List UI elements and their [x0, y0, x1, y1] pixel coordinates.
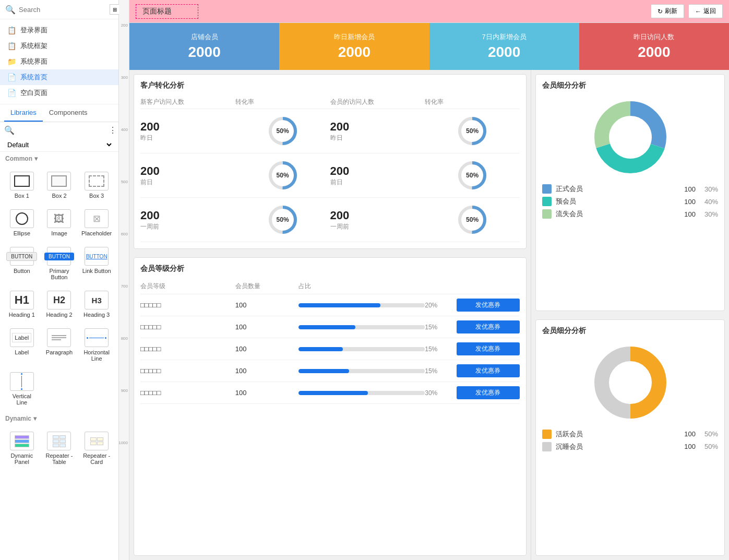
member-header-count: 会员数量 — [235, 282, 298, 291]
segment2-donut-container — [542, 341, 718, 424]
back-button[interactable]: ← 返回 — [688, 4, 723, 18]
issue-coupon-button[interactable]: 发优惠券 — [457, 342, 520, 355]
conversion-title: 客户转化分析 — [140, 81, 520, 90]
more-options-icon[interactable]: ⋮ — [109, 125, 117, 135]
issue-coupon-button[interactable]: 发优惠券 — [457, 386, 520, 399]
comp-heading1[interactable]: H1 Heading 1 — [4, 287, 40, 322]
image-icon-box: 🖼 — [47, 209, 71, 228]
member-header-empty — [425, 282, 457, 291]
library-dropdown[interactable]: Default — [0, 138, 118, 152]
member-header-pct: 占比 — [298, 282, 425, 291]
conv-header-2: 转化率 — [235, 98, 330, 106]
issue-coupon-button[interactable]: 发优惠券 — [457, 299, 520, 312]
issue-coupon-button[interactable]: 发优惠券 — [457, 364, 520, 377]
member-level: □□□□□ — [140, 323, 235, 331]
legend-label: 预会员 — [556, 197, 676, 206]
conv-gauge2: 50% — [425, 115, 520, 147]
comp-hline[interactable]: Horizontal Line — [79, 324, 114, 366]
conv-visitors: 200 一周前 — [140, 209, 235, 231]
main-area: 页面标题 ↻ 刷新 ← 返回 店铺会员 2000 昨日新增会员 2000 7日内… — [129, 0, 729, 560]
conv-gauge: 50% — [235, 204, 330, 235]
member-row: □□□□□ 100 20% 发优惠券 — [140, 294, 520, 316]
stat-card-new-members: 昨日新增会员 2000 — [279, 23, 429, 70]
comp-placeholder[interactable]: ⊠ Placeholder — [79, 205, 114, 241]
pct-text: 15% — [425, 367, 457, 375]
comp-vline[interactable]: Vertical Line — [4, 368, 40, 410]
ruler-mark: 700 — [119, 284, 129, 336]
member-header-level: 会员等级 — [140, 282, 235, 291]
comp-button[interactable]: BUTTON Button — [4, 243, 40, 284]
tab-libraries[interactable]: Libraries — [4, 104, 43, 122]
library-select[interactable]: Default — [5, 140, 113, 149]
sidebar-item-system[interactable]: 📁 系统界面 — [0, 54, 118, 69]
stat-value: 2000 — [338, 44, 371, 61]
comp-label: Ellipse — [14, 230, 30, 236]
svg-point-15 — [610, 116, 651, 158]
comp-link-button[interactable]: BUTTON Link Button — [79, 243, 114, 284]
search-input[interactable] — [19, 6, 106, 14]
legend-value: 100 — [680, 185, 696, 193]
comp-dynamic-panel[interactable]: Dynamic Panel — [4, 427, 40, 469]
member-row: □□□□□ 100 15% 发优惠券 — [140, 338, 520, 360]
member-level: □□□□□ — [140, 301, 235, 309]
comp-paragraph[interactable]: Paragraph — [42, 324, 77, 366]
vline-icon-box — [10, 372, 34, 391]
legend-label: 活跃会员 — [556, 430, 676, 439]
comp-label: Label — [15, 349, 29, 355]
legend-color — [542, 209, 552, 219]
stat-label: 昨日新增会员 — [334, 32, 375, 42]
sidebar-item-label: 系统首页 — [20, 73, 47, 82]
folder-icon: 📁 — [7, 57, 16, 66]
comp-label: Heading 2 — [46, 312, 72, 318]
comp-repeater-card[interactable]: Repeater - Card — [79, 427, 114, 469]
sidebar-item-login[interactable]: 📋 登录界面 — [0, 22, 118, 38]
ruler-mark: 200 — [119, 23, 129, 75]
sidebar-item-framework[interactable]: 📋 系统框架 — [0, 38, 118, 54]
back-icon: ← — [695, 8, 701, 15]
search-icon-small: 🔍 — [4, 125, 15, 135]
gauge-svg: 50% — [267, 115, 298, 147]
comp-heading3[interactable]: H3 Heading 3 — [79, 287, 114, 322]
legend-item: 预会员 100 40% — [542, 197, 718, 206]
sidebar-item-blank[interactable]: 📄 空白页面 — [0, 85, 118, 101]
dynamic-panel-icon — [10, 432, 34, 450]
gauge-svg: 50% — [267, 204, 298, 235]
comp-ellipse[interactable]: Ellipse — [4, 205, 40, 241]
comp-label: Box 2 — [52, 193, 66, 199]
legend-pct: 40% — [700, 198, 718, 206]
comp-primary-button[interactable]: BUTTON Primary Button — [42, 243, 77, 284]
comp-repeater-table[interactable]: Repeater - Table — [42, 427, 77, 469]
heading2-icon-box: H2 — [47, 291, 71, 309]
ruler-mark: 1000 — [119, 440, 129, 493]
comp-heading2[interactable]: H2 Heading 2 — [42, 287, 77, 322]
grid-view-button[interactable]: ⊞ — [110, 4, 120, 15]
stats-row: 店铺会员 2000 昨日新增会员 2000 7日内新增会员 2000 昨日访问人… — [129, 23, 729, 70]
comp-box3[interactable]: Box 3 — [79, 168, 114, 203]
conv-header-3: 会员的访问人数 — [330, 98, 425, 106]
stat-label: 昨日访问人数 — [634, 32, 674, 42]
library-search-input[interactable] — [18, 126, 105, 134]
comp-label-item[interactable]: Label Label — [4, 324, 40, 366]
segment2-donut-chart — [589, 341, 672, 424]
comp-box1[interactable]: Box 1 — [4, 168, 40, 203]
segment2-panel: 会员细分分析 活跃会员 100 50% — [535, 319, 725, 556]
sidebar-item-label: 系统界面 — [20, 57, 47, 66]
conv-members: 200 前日 — [330, 164, 425, 187]
comp-box2[interactable]: Box 2 — [42, 168, 77, 203]
comp-image[interactable]: 🖼 Image — [42, 205, 77, 241]
box3-icon — [85, 172, 109, 190]
sidebar-search-bar: 🔍 ⊞ ☰ — [0, 0, 118, 19]
comp-label: Box 1 — [15, 193, 29, 199]
issue-coupon-button[interactable]: 发优惠券 — [457, 320, 520, 333]
member-level: □□□□□ — [140, 367, 235, 375]
segment1-donut-container — [542, 96, 718, 179]
sidebar-item-home[interactable]: 📄 系统首页 — [0, 69, 118, 85]
segment1-donut-chart — [589, 96, 672, 179]
tab-components[interactable]: Components — [43, 104, 94, 122]
section-dynamic: Dynamic ▾ — [0, 412, 118, 425]
refresh-button[interactable]: ↻ 刷新 — [651, 4, 684, 18]
ruler-mark: 800 — [119, 336, 129, 388]
hline-icon-box — [85, 328, 109, 347]
section-common: Common ▾ — [0, 152, 118, 165]
page-title: 页面标题 — [136, 4, 198, 19]
